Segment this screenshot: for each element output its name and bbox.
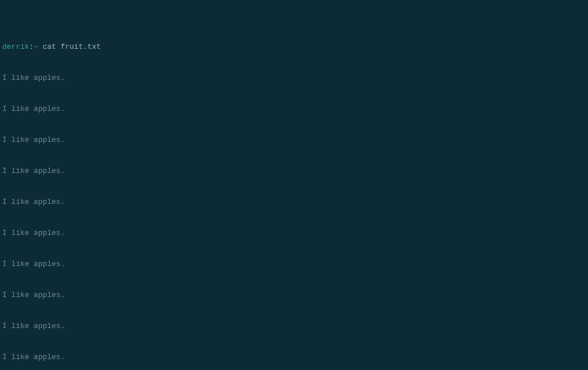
output-line: I like apples. xyxy=(2,259,586,269)
output-line: I like apples. xyxy=(2,290,586,300)
output-line: I like apples. xyxy=(2,104,586,114)
output-line: I like apples. xyxy=(2,352,586,363)
prompt-separator: : xyxy=(29,43,34,51)
command-text: cat fruit.txt xyxy=(42,43,100,51)
output-line: I like apples. xyxy=(2,197,586,207)
output-line: I like apples. xyxy=(2,166,586,176)
output-line: I like apples. xyxy=(2,321,586,332)
command-line: derrik:~ cat fruit.txt xyxy=(2,42,586,52)
terminal[interactable]: derrik:~ cat fruit.txt I like apples. I … xyxy=(2,1,586,370)
prompt-userhost: derrik xyxy=(2,43,29,51)
output-line: I like apples. xyxy=(2,228,586,238)
output-line: I like apples. xyxy=(2,73,586,83)
output-line: I like apples. xyxy=(2,135,586,145)
